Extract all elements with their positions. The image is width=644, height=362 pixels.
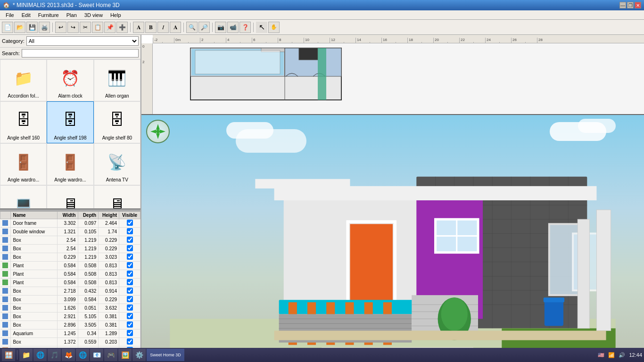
table-row[interactable]: Box 1.372 0.559 0.203 bbox=[0, 338, 140, 346]
zoom-in-button[interactable]: 🔍 bbox=[186, 22, 198, 33]
furniture-item[interactable]: 🗄Angle shelf 80 bbox=[94, 101, 140, 143]
table-row[interactable]: Plant 0.584 0.508 0.813 bbox=[0, 262, 140, 270]
furniture-item[interactable]: 📁Accordion fol... bbox=[0, 59, 47, 101]
floor-plan[interactable]: -2 0m 2 4 6 8 10 12 14 16 18 bbox=[141, 35, 644, 115]
furniture-item[interactable]: 🚪Angle wardro... bbox=[0, 143, 47, 185]
taskbar-firefox[interactable]: 🦊 bbox=[62, 349, 75, 361]
taskbar-game[interactable]: 🎮 bbox=[104, 349, 117, 361]
open-button[interactable]: 📂 bbox=[14, 22, 25, 33]
row-visible[interactable] bbox=[119, 253, 140, 262]
menu-furniture[interactable]: Furniture bbox=[34, 11, 63, 19]
menu-plan[interactable]: Plan bbox=[63, 11, 81, 19]
plan-canvas[interactable] bbox=[153, 43, 644, 114]
add-button[interactable]: ➕ bbox=[116, 22, 128, 33]
col-width[interactable]: Width bbox=[57, 212, 78, 219]
taskbar-browser2[interactable]: 🌐 bbox=[76, 349, 89, 361]
row-visible[interactable] bbox=[119, 270, 140, 279]
restore-button[interactable]: ❐ bbox=[627, 2, 634, 8]
video-button[interactable]: 📹 bbox=[227, 22, 239, 33]
row-visible[interactable] bbox=[119, 313, 140, 321]
furniture-item[interactable]: 🚪Angle wardro... bbox=[47, 143, 93, 185]
row-visible[interactable] bbox=[119, 219, 140, 228]
minimize-button[interactable]: — bbox=[619, 2, 626, 8]
menu-edit[interactable]: Edit bbox=[18, 11, 34, 19]
table-row[interactable]: Box 2.896 3.505 0.381 bbox=[0, 321, 140, 329]
visibility-checkbox[interactable] bbox=[127, 237, 133, 243]
row-visible[interactable] bbox=[119, 236, 140, 245]
text-b[interactable]: 𝐁 bbox=[145, 22, 157, 33]
row-visible[interactable] bbox=[119, 279, 140, 287]
visibility-checkbox[interactable] bbox=[127, 245, 133, 251]
visibility-checkbox[interactable] bbox=[127, 313, 133, 319]
taskbar-explorer[interactable]: 📁 bbox=[19, 349, 33, 361]
cut-button[interactable]: ✂ bbox=[80, 22, 91, 33]
furniture-item[interactable]: 📡Antena TV bbox=[94, 143, 140, 185]
taskbar-browser1[interactable]: 🌐 bbox=[33, 349, 47, 361]
menu-3dview[interactable]: 3D view bbox=[81, 11, 107, 19]
col-visible[interactable]: Visible bbox=[119, 212, 140, 219]
visibility-checkbox[interactable] bbox=[127, 220, 133, 226]
row-visible[interactable] bbox=[119, 228, 140, 236]
taskbar-sh3d[interactable]: Sweet Home 3D bbox=[147, 349, 184, 361]
row-visible[interactable] bbox=[119, 338, 140, 346]
col-depth[interactable]: Depth bbox=[78, 212, 99, 219]
table-row[interactable]: Door frame 3.302 0.097 2.464 bbox=[0, 219, 140, 228]
table-row[interactable]: Box 2.54 1.219 0.229 bbox=[0, 245, 140, 253]
taskbar-image[interactable]: 🖼️ bbox=[118, 349, 132, 361]
taskbar-start[interactable]: 🪟 bbox=[2, 349, 15, 361]
visibility-checkbox[interactable] bbox=[127, 228, 133, 234]
visibility-checkbox[interactable] bbox=[127, 296, 133, 302]
paste-button[interactable]: 📌 bbox=[104, 22, 116, 33]
nav-compass[interactable] bbox=[146, 120, 170, 143]
table-row[interactable]: Plant 0.584 0.508 0.813 bbox=[0, 270, 140, 279]
save-button[interactable]: 💾 bbox=[26, 22, 38, 33]
help-button[interactable]: ❓ bbox=[239, 22, 251, 33]
visibility-checkbox[interactable] bbox=[127, 279, 133, 285]
new-button[interactable]: 📄 bbox=[2, 22, 13, 33]
col-name[interactable]: Name bbox=[11, 212, 57, 219]
select-tool[interactable]: ↖ bbox=[256, 22, 267, 33]
table-row[interactable]: Double window 1.321 0.105 1.74 bbox=[0, 228, 140, 236]
row-visible[interactable] bbox=[119, 245, 140, 253]
zoom-out-button[interactable]: 🔎 bbox=[198, 22, 210, 33]
table-row[interactable]: Box 2.718 0.432 0.914 bbox=[0, 287, 140, 296]
row-visible[interactable] bbox=[119, 304, 140, 313]
undo-button[interactable]: ↩ bbox=[55, 22, 66, 33]
hand-tool[interactable]: ✋ bbox=[268, 22, 280, 33]
visibility-checkbox[interactable] bbox=[127, 304, 133, 311]
table-scroll[interactable]: Name Width Depth Height Visible Door fra… bbox=[0, 211, 140, 348]
visibility-checkbox[interactable] bbox=[127, 271, 133, 277]
print-button[interactable]: 🖨️ bbox=[39, 22, 50, 33]
furniture-item[interactable]: 🗄Angle shelf 160 bbox=[0, 101, 47, 143]
row-visible[interactable] bbox=[119, 296, 140, 304]
table-row[interactable]: Box 2.54 1.219 0.229 bbox=[0, 236, 140, 245]
row-visible[interactable] bbox=[119, 262, 140, 270]
search-input[interactable] bbox=[22, 49, 139, 58]
menu-help[interactable]: Help bbox=[107, 11, 125, 19]
close-button[interactable]: ✕ bbox=[635, 2, 641, 8]
camera-button[interactable]: 📷 bbox=[215, 22, 226, 33]
view3d[interactable] bbox=[141, 115, 644, 348]
visibility-checkbox[interactable] bbox=[127, 330, 133, 336]
taskbar-media[interactable]: 🎵 bbox=[48, 349, 61, 361]
furniture-item[interactable]: 🖥Apple iMac 19... bbox=[47, 185, 93, 208]
col-height[interactable]: Height bbox=[99, 212, 119, 219]
taskbar-email[interactable]: 📧 bbox=[90, 349, 103, 361]
text-i[interactable]: 𝐼 bbox=[157, 22, 169, 33]
redo-button[interactable]: ↪ bbox=[67, 22, 79, 33]
category-select[interactable]: All bbox=[26, 36, 139, 46]
plan-svg[interactable] bbox=[153, 43, 644, 114]
copy-button[interactable]: 📋 bbox=[92, 22, 103, 33]
table-row[interactable]: Box 1.626 0.051 3.632 bbox=[0, 304, 140, 313]
table-row[interactable]: Plant 0.584 0.508 0.813 bbox=[0, 279, 140, 287]
row-visible[interactable] bbox=[119, 287, 140, 296]
furniture-item[interactable]: ⏰Alarm clock bbox=[47, 59, 93, 101]
furniture-item[interactable]: 💻Apple iBook bbox=[0, 185, 47, 208]
menu-file[interactable]: File bbox=[2, 11, 18, 19]
table-row[interactable]: Aquarium 1.245 0.34 1.289 bbox=[0, 329, 140, 338]
furniture-item[interactable]: 🗄Angle shelf 198 bbox=[47, 101, 93, 143]
visibility-checkbox[interactable] bbox=[127, 262, 133, 268]
text-size[interactable]: 𝐀 bbox=[170, 22, 181, 33]
table-row[interactable]: Box 2.921 5.105 0.381 bbox=[0, 313, 140, 321]
visibility-checkbox[interactable] bbox=[127, 321, 133, 328]
